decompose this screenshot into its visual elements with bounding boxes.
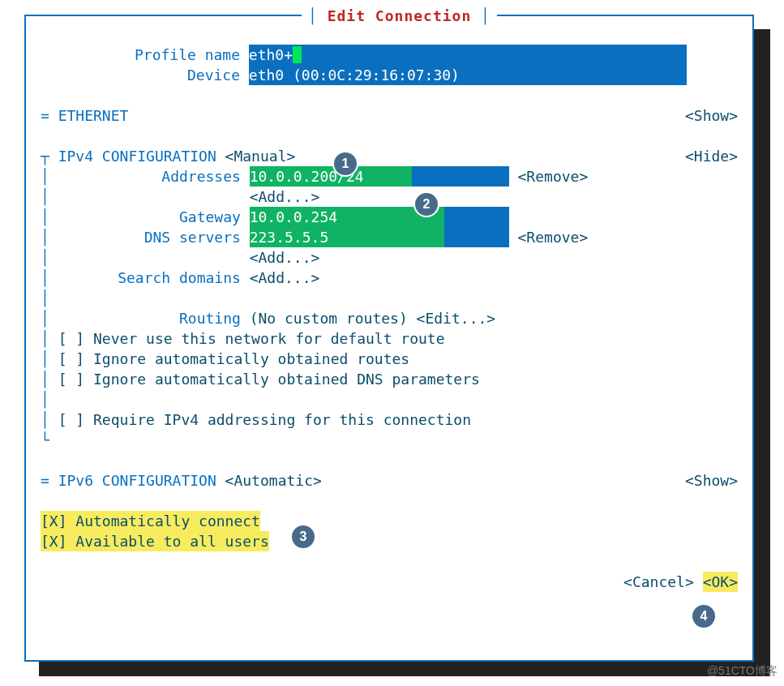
dialog-title: Edit Connection <box>328 7 472 24</box>
ipv4-marker: ┬ <box>41 146 49 166</box>
ipv6-mode-select[interactable]: <Automatic> <box>225 470 322 491</box>
routing-label: Routing <box>49 308 241 328</box>
ethernet-marker: = <box>41 105 49 126</box>
dns-label: DNS servers <box>49 227 241 247</box>
dialog-window: │ Edit Connection │ Profile name eth0+ D… <box>24 15 754 662</box>
cb-ignore-dns[interactable]: [ ] Ignore automatically obtained DNS pa… <box>58 369 480 389</box>
cb-ignore-routes[interactable]: [ ] Ignore automatically obtained routes <box>58 349 409 369</box>
routing-value: (No custom routes) <box>250 308 408 328</box>
ipv6-section: IPv6 CONFIGURATION <box>58 470 216 491</box>
dns-input[interactable]: 223.5.5.5 <box>250 227 509 247</box>
address-add-button[interactable]: <Add...> <box>250 187 320 207</box>
dns-add-button[interactable]: <Add...> <box>250 247 320 268</box>
ipv4-hide-button[interactable]: <Hide> <box>685 146 738 166</box>
cb-require-ipv4[interactable]: [ ] Require IPv4 addressing for this con… <box>58 409 471 430</box>
ethernet-show-button[interactable]: <Show> <box>685 105 738 126</box>
dns-remove-button[interactable]: <Remove> <box>518 227 589 247</box>
profile-name-label: Profile name <box>41 45 240 65</box>
annotation-badge-2: 2 <box>413 191 439 217</box>
cb-auto-connect[interactable]: [X] Automatically connect <box>41 511 260 531</box>
ok-button[interactable]: <OK> <box>703 572 738 592</box>
addresses-label: Addresses <box>49 166 241 187</box>
cancel-button[interactable]: <Cancel> <box>623 572 694 592</box>
watermark: @51CTO博客 <box>707 661 778 681</box>
annotation-badge-3: 3 <box>290 524 316 550</box>
annotation-badge-4: 4 <box>691 603 717 629</box>
dialog-title-bar: │ Edit Connection │ <box>302 6 497 26</box>
ipv4-section: IPv4 CONFIGURATION <box>58 146 216 166</box>
cb-default-route[interactable]: [ ] Never use this network for default r… <box>58 328 445 349</box>
ipv6-show-button[interactable]: <Show> <box>685 470 738 491</box>
gateway-input[interactable]: 10.0.0.254 <box>250 207 509 227</box>
annotation-badge-1: 1 <box>332 151 358 177</box>
device-label: Device <box>41 65 240 85</box>
ipv4-mode-select[interactable]: <Manual> <box>225 146 296 166</box>
ethernet-section: ETHERNET <box>58 105 129 126</box>
ipv6-marker: = <box>41 470 49 491</box>
search-domains-add-button[interactable]: <Add...> <box>250 268 320 288</box>
routing-edit-button[interactable]: <Edit...> <box>417 308 496 328</box>
profile-name-input[interactable]: eth0+ <box>249 45 687 65</box>
cb-all-users[interactable]: [X] Available to all users <box>41 531 269 551</box>
device-input[interactable]: eth0 (00:0C:29:16:07:30) <box>249 65 687 85</box>
address-input[interactable]: 10.0.0.200/24 <box>250 166 509 187</box>
gateway-label: Gateway <box>49 207 241 227</box>
address-remove-button[interactable]: <Remove> <box>518 166 589 187</box>
search-domains-label: Search domains <box>49 268 241 288</box>
